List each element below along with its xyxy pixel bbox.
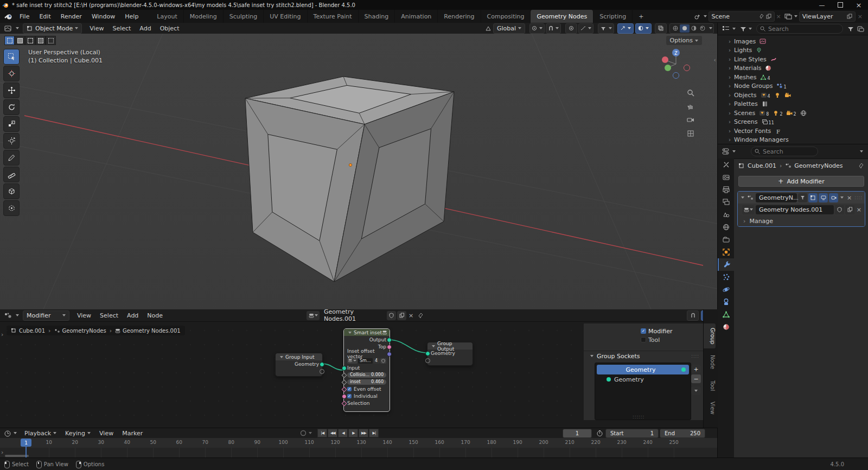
- outliner-item-window-managers[interactable]: ›Window Managers: [718, 136, 868, 145]
- tool-annotate[interactable]: [3, 150, 20, 166]
- properties-tab-output[interactable]: [718, 183, 734, 196]
- workspace-tab-geometry-nodes[interactable]: Geometry Nodes: [531, 10, 593, 23]
- properties-tab-modifiers[interactable]: [718, 258, 735, 271]
- manage-subpanel-header[interactable]: › Manage: [738, 215, 865, 226]
- node-group-input[interactable]: Group Input Geometry: [275, 353, 323, 377]
- viewport-menu-object[interactable]: Object: [156, 23, 184, 34]
- expand-arrow-icon[interactable]: ›: [729, 92, 731, 98]
- node-checkbox-even-offset[interactable]: ✓Even offset: [344, 385, 390, 392]
- group-sockets-panel-header[interactable]: Group Sockets ::::: [584, 351, 704, 361]
- outliner-item-screens[interactable]: ›Screens11: [718, 118, 868, 127]
- channel-expand-arrow[interactable]: ›: [1, 449, 3, 456]
- tool-primitive[interactable]: [3, 200, 20, 216]
- tool-add-cube[interactable]: [3, 183, 20, 199]
- shading-solid-button[interactable]: [680, 24, 690, 33]
- group-socket-row[interactable]: Geometry: [597, 365, 689, 374]
- group-browse-dropdown[interactable]: [347, 358, 358, 364]
- select-mode-new[interactable]: [4, 36, 15, 45]
- node-smart-inset[interactable]: Smart inset OutputTopInset offset vector…: [343, 328, 390, 412]
- drag-handle-icon[interactable]: ::::: [854, 195, 863, 200]
- playhead-frame-badge[interactable]: 1: [21, 439, 31, 447]
- properties-tab-scene[interactable]: [718, 208, 734, 221]
- viewport-options-dropdown[interactable]: Options: [666, 36, 702, 45]
- scene-icon[interactable]: [694, 13, 701, 20]
- select-mode-intersect[interactable]: [46, 36, 56, 45]
- timeline-ruler[interactable]: 1020304050607080901001101201301401501601…: [0, 438, 717, 448]
- auto-keying-toggle[interactable]: [300, 430, 312, 436]
- workspace-tab-rendering[interactable]: Rendering: [438, 10, 481, 23]
- stopwatch-icon[interactable]: [596, 430, 603, 437]
- group-name-field[interactable]: Sm...: [358, 358, 373, 364]
- properties-tab-tool[interactable]: [718, 158, 734, 171]
- properties-tab-object[interactable]: [718, 246, 734, 258]
- axis-navigation-gizmo[interactable]: Z: [659, 47, 693, 81]
- scene-unlink-icon[interactable]: ×: [776, 13, 781, 20]
- add-modifier-button[interactable]: + Add Modifier: [738, 176, 864, 187]
- play-reverse-button[interactable]: ◀: [338, 429, 348, 437]
- workspace-tab-texture-paint[interactable]: Texture Paint: [308, 10, 359, 23]
- xray-toggle[interactable]: [655, 23, 667, 34]
- shading-material-button[interactable]: [690, 24, 698, 33]
- add-workspace-button[interactable]: +: [633, 10, 649, 23]
- timeline-menu-keying[interactable]: Keying: [61, 428, 95, 438]
- viewport-menu-view[interactable]: View: [85, 23, 108, 34]
- modifier-extras-dropdown[interactable]: [840, 196, 844, 199]
- viewport-menu-select[interactable]: Select: [108, 23, 135, 34]
- pin-icon[interactable]: [858, 163, 864, 169]
- current-frame-field[interactable]: 1: [563, 429, 592, 438]
- panel-resize-dots[interactable]: ::::::: [633, 415, 644, 420]
- gizmo-toggle[interactable]: [617, 23, 634, 34]
- shading-rendered-button[interactable]: [698, 24, 707, 33]
- editor-type-properties-icon[interactable]: [722, 148, 730, 155]
- drag-handle-icon[interactable]: ::::: [691, 354, 699, 359]
- menu-edit[interactable]: Edit: [34, 10, 55, 23]
- outliner-item-scenes[interactable]: ›Scenes822: [718, 109, 868, 118]
- sidebar-tab-view[interactable]: View: [704, 397, 716, 419]
- view-layer-selector[interactable]: ViewLayer: [799, 11, 856, 22]
- workspace-tab-layout[interactable]: Layout: [151, 10, 183, 23]
- editor-type-3d-viewport-icon[interactable]: [4, 25, 12, 32]
- expand-arrow-icon[interactable]: ›: [729, 65, 731, 71]
- menu-render[interactable]: Render: [56, 10, 87, 23]
- jump-to-start-button[interactable]: |◀: [317, 429, 327, 437]
- view-layer-remove-icon[interactable]: ×: [858, 13, 863, 20]
- node-header[interactable]: Group Input: [276, 353, 322, 360]
- pan-hand-icon[interactable]: [685, 100, 697, 112]
- vector-output-socket[interactable]: [387, 352, 392, 357]
- modifier-panel-header[interactable]: GeometryN... × ::::: [738, 192, 865, 204]
- proportional-falloff-dropdown[interactable]: [578, 23, 593, 34]
- number-field[interactable]: inset0.460: [347, 379, 386, 385]
- copy-icon[interactable]: [847, 14, 852, 19]
- geometry-input-socket[interactable]: [425, 351, 430, 356]
- properties-tab-particles[interactable]: [718, 271, 734, 283]
- menu-help[interactable]: Help: [120, 10, 143, 23]
- breadcrumb-data[interactable]: GeometryNodes: [794, 162, 843, 169]
- camera-view-icon[interactable]: [685, 114, 697, 126]
- unlink-icon[interactable]: ×: [857, 206, 861, 213]
- geometry-output-socket[interactable]: [387, 338, 392, 342]
- expand-arrow-icon[interactable]: ›: [729, 74, 731, 80]
- workspace-tab-compositing[interactable]: Compositing: [481, 10, 531, 23]
- properties-tab-collection[interactable]: [718, 233, 734, 246]
- select-mode-extend[interactable]: [15, 36, 25, 45]
- properties-tab-physics[interactable]: [718, 283, 734, 296]
- sidebar-tab-group[interactable]: Group: [704, 323, 716, 348]
- select-mode-invert[interactable]: [35, 36, 46, 45]
- copy-icon[interactable]: [845, 205, 854, 214]
- expand-arrow-icon[interactable]: ›: [729, 137, 731, 143]
- timeline-track-area[interactable]: ›: [0, 448, 717, 458]
- remove-socket-button[interactable]: −: [691, 374, 701, 383]
- node-tree-name-field[interactable]: Geometry Nodes.001: [756, 205, 834, 214]
- timeline-menu-view[interactable]: View: [95, 428, 118, 438]
- geometry-node-editor[interactable]: Modifier ViewSelectAddNode Geometry Node…: [0, 309, 717, 428]
- workspace-tab-shading[interactable]: Shading: [359, 10, 395, 23]
- workspace-tab-modeling[interactable]: Modeling: [184, 10, 224, 23]
- zoom-icon[interactable]: [685, 87, 697, 99]
- close-button[interactable]: ×: [850, 0, 868, 10]
- expand-arrow-icon[interactable]: ›: [729, 56, 731, 62]
- overlays-toggle[interactable]: [635, 23, 652, 34]
- virtual-socket[interactable]: [320, 369, 324, 374]
- outliner-item-line-styles[interactable]: ›Line Styles: [718, 55, 868, 64]
- timeline-menu-playback[interactable]: Playback: [20, 428, 61, 438]
- frame-start-field[interactable]: Start1: [605, 429, 659, 438]
